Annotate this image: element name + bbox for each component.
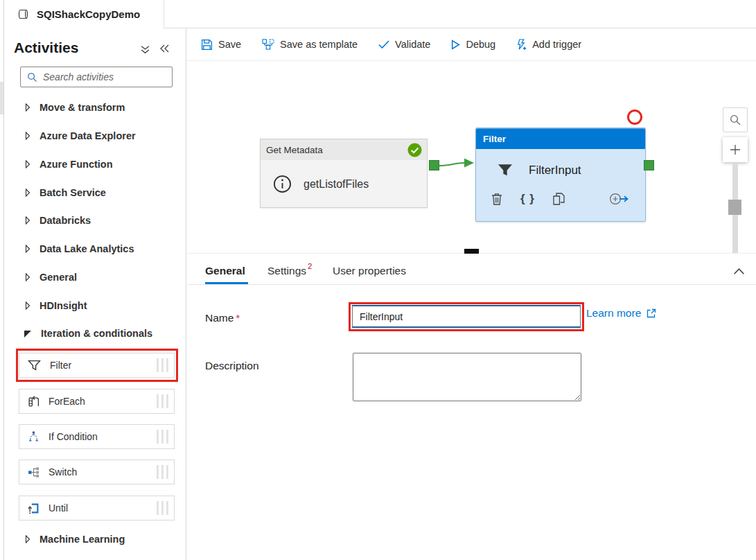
description-textarea[interactable] [353, 353, 581, 401]
zoom-slider-thumb[interactable] [728, 200, 741, 215]
debug-button[interactable]: Debug [451, 39, 495, 50]
node-header: Filter [476, 128, 645, 149]
category-machine-learning[interactable]: Machine Learning [4, 530, 186, 549]
drag-handle[interactable] [157, 394, 168, 408]
tab-label: User properties [333, 265, 406, 277]
activity-tile-filter[interactable]: Filter [19, 353, 175, 378]
chevron-right-icon [25, 535, 30, 543]
active-tab-underline [205, 282, 248, 284]
zoom-in-button[interactable] [723, 137, 748, 162]
pipeline-icon [17, 9, 30, 19]
activity-tile-switch[interactable]: Switch [19, 460, 175, 484]
tab-label: General [205, 265, 245, 277]
activity-tile-if-condition[interactable]: If Condition [19, 424, 175, 449]
canvas-hscrollbar-thumb[interactable] [464, 249, 479, 254]
save-as-template-icon [262, 39, 274, 50]
checkmark-icon [378, 40, 389, 49]
category-azure-data-explorer[interactable]: Azure Data Explorer [4, 126, 186, 146]
category-label: Azure Data Explorer [39, 130, 136, 141]
learn-more-label: Learn more [586, 307, 641, 320]
category-label: Batch Service [39, 187, 106, 198]
code-braces-icon[interactable]: { } [520, 192, 535, 206]
activity-label: If Condition [49, 431, 98, 442]
tab-label: Settings [267, 265, 306, 277]
activities-title: Activities [14, 40, 78, 56]
external-link-icon [646, 308, 657, 319]
drag-handle[interactable] [157, 501, 168, 515]
add-trigger-label: Add trigger [532, 39, 581, 50]
collapse-panel-button[interactable] [733, 268, 745, 275]
category-databricks[interactable]: Databricks [4, 211, 186, 230]
category-label: General [39, 272, 77, 283]
tab-user-properties[interactable]: User properties [333, 265, 406, 277]
validate-label: Validate [395, 39, 430, 50]
chevron-right-icon [25, 245, 30, 253]
collapse-panel-icon[interactable] [159, 44, 169, 53]
name-input[interactable] [352, 305, 581, 328]
search-activities-input[interactable] [43, 71, 161, 82]
tab-bar: SQIShackCopyDemo [4, 0, 756, 28]
activity-label: ForEach [49, 396, 85, 407]
node-filter[interactable]: Filter FilterInput { } [475, 128, 646, 222]
category-label: Databricks [39, 215, 91, 226]
pipeline-toolbar: Save Save as template Validate Debug [187, 28, 756, 61]
chevron-right-icon [25, 189, 30, 197]
azure-data-factory-app: SQIShackCopyDemo Save Save as template [0, 0, 756, 560]
tab-settings[interactable]: Settings2 [267, 265, 312, 277]
settings-count-badge: 2 [308, 262, 312, 270]
tab-pipeline[interactable]: SQIShackCopyDemo [10, 0, 164, 28]
save-icon [201, 39, 213, 51]
node-type-label: Filter [483, 134, 506, 144]
learn-more-link[interactable]: Learn more [586, 307, 657, 320]
category-label: Iteration & conditionals [41, 328, 152, 339]
activity-tile-foreach[interactable]: ForEach [19, 389, 175, 414]
drag-handle[interactable] [157, 465, 168, 479]
canvas-search-button[interactable] [723, 107, 748, 132]
node-get-metadata[interactable]: Get Metadata getListofFiles [260, 139, 428, 208]
properties-panel: General Settings2 User properties Name* … [187, 253, 756, 560]
output-port-filter[interactable] [644, 160, 654, 170]
name-field-label: Name* [205, 312, 240, 324]
activity-label: Switch [49, 466, 77, 478]
node-header: Get Metadata [261, 139, 427, 160]
add-trigger-button[interactable]: Add trigger [516, 39, 581, 51]
category-general[interactable]: General [4, 268, 186, 287]
clone-icon[interactable] [553, 193, 565, 205]
left-scrollbar-thumb[interactable] [0, 82, 3, 114]
category-label: Move & transform [39, 102, 125, 113]
tab-general[interactable]: General [205, 265, 245, 277]
chevron-right-icon [25, 216, 30, 225]
required-asterisk: * [236, 312, 240, 324]
category-move-transform[interactable]: Move & transform [4, 98, 186, 117]
tabs-divider [187, 284, 756, 285]
delete-icon[interactable] [491, 193, 502, 205]
save-as-template-button[interactable]: Save as template [262, 39, 358, 50]
save-as-template-label: Save as template [280, 39, 358, 50]
category-data-lake-analytics[interactable]: Data Lake Analytics [4, 239, 186, 259]
activity-tile-until[interactable]: Until [19, 496, 175, 520]
category-hdinsight[interactable]: HDInsight [4, 296, 186, 315]
drag-handle[interactable] [157, 358, 168, 372]
search-icon [730, 114, 741, 125]
chevron-right-icon [25, 103, 30, 112]
node-type-label: Get Metadata [266, 145, 323, 155]
node-body: getListofFiles [261, 160, 427, 208]
annotation-circle [627, 110, 642, 125]
activity-label: Filter [50, 360, 71, 371]
collapse-all-icon[interactable] [140, 44, 150, 55]
category-label: Azure Function [39, 159, 113, 170]
filter-icon [28, 360, 41, 371]
add-output-icon[interactable] [609, 193, 630, 205]
drag-handle[interactable] [157, 430, 168, 444]
category-batch-service[interactable]: Batch Service [4, 183, 186, 202]
chevron-right-icon [25, 132, 30, 140]
save-button[interactable]: Save [201, 39, 241, 51]
tab-title: SQIShackCopyDemo [37, 8, 140, 20]
node-name-label: FilterInput [529, 164, 581, 177]
if-condition-icon [28, 431, 39, 443]
category-iteration-conditionals[interactable]: Iteration & conditionals [4, 324, 186, 343]
info-icon[interactable] [273, 175, 292, 193]
pipeline-canvas[interactable]: Get Metadata getListofFiles Filter [187, 61, 756, 253]
validate-button[interactable]: Validate [378, 39, 430, 50]
category-azure-function[interactable]: Azure Function [4, 155, 186, 174]
